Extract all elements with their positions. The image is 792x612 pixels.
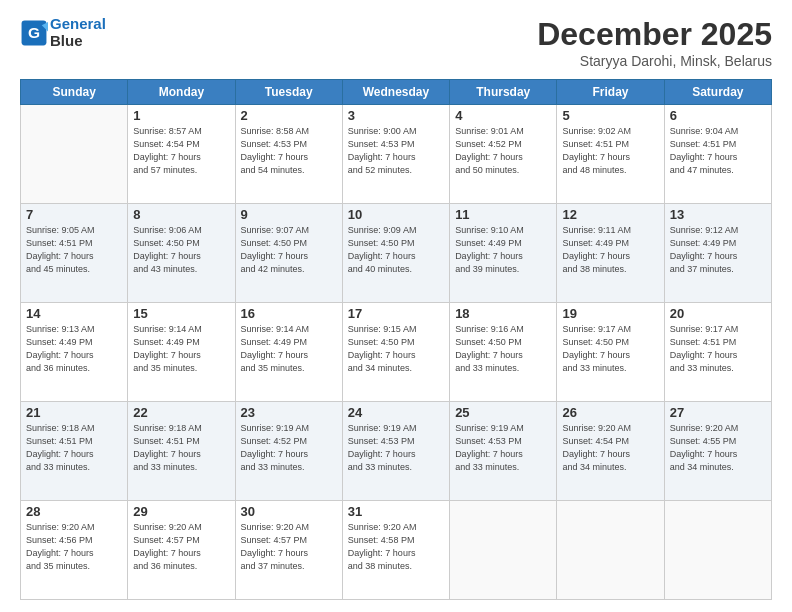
day-number: 10 [348, 207, 444, 222]
day-number: 12 [562, 207, 658, 222]
calendar-cell: 1Sunrise: 8:57 AMSunset: 4:54 PMDaylight… [128, 105, 235, 204]
calendar-cell: 23Sunrise: 9:19 AMSunset: 4:52 PMDayligh… [235, 402, 342, 501]
calendar-cell [664, 501, 771, 600]
col-header-thursday: Thursday [450, 80, 557, 105]
day-number: 27 [670, 405, 766, 420]
day-info: Sunrise: 9:19 AMSunset: 4:52 PMDaylight:… [241, 422, 337, 474]
day-number: 18 [455, 306, 551, 321]
day-info: Sunrise: 9:14 AMSunset: 4:49 PMDaylight:… [133, 323, 229, 375]
page: G General Blue December 2025 Staryya Dar… [0, 0, 792, 612]
day-info: Sunrise: 9:10 AMSunset: 4:49 PMDaylight:… [455, 224, 551, 276]
calendar-cell: 25Sunrise: 9:19 AMSunset: 4:53 PMDayligh… [450, 402, 557, 501]
day-info: Sunrise: 9:14 AMSunset: 4:49 PMDaylight:… [241, 323, 337, 375]
calendar-cell: 12Sunrise: 9:11 AMSunset: 4:49 PMDayligh… [557, 204, 664, 303]
day-number: 23 [241, 405, 337, 420]
day-number: 17 [348, 306, 444, 321]
col-header-monday: Monday [128, 80, 235, 105]
calendar-cell: 22Sunrise: 9:18 AMSunset: 4:51 PMDayligh… [128, 402, 235, 501]
day-number: 4 [455, 108, 551, 123]
day-info: Sunrise: 9:15 AMSunset: 4:50 PMDaylight:… [348, 323, 444, 375]
day-info: Sunrise: 9:01 AMSunset: 4:52 PMDaylight:… [455, 125, 551, 177]
calendar-cell: 15Sunrise: 9:14 AMSunset: 4:49 PMDayligh… [128, 303, 235, 402]
day-info: Sunrise: 9:13 AMSunset: 4:49 PMDaylight:… [26, 323, 122, 375]
calendar-cell: 16Sunrise: 9:14 AMSunset: 4:49 PMDayligh… [235, 303, 342, 402]
calendar-cell [557, 501, 664, 600]
day-number: 16 [241, 306, 337, 321]
day-number: 22 [133, 405, 229, 420]
day-info: Sunrise: 9:17 AMSunset: 4:50 PMDaylight:… [562, 323, 658, 375]
calendar-cell: 9Sunrise: 9:07 AMSunset: 4:50 PMDaylight… [235, 204, 342, 303]
day-number: 7 [26, 207, 122, 222]
day-info: Sunrise: 9:20 AMSunset: 4:58 PMDaylight:… [348, 521, 444, 573]
title-block: December 2025 Staryya Darohi, Minsk, Bel… [537, 16, 772, 69]
day-number: 29 [133, 504, 229, 519]
day-number: 25 [455, 405, 551, 420]
day-number: 9 [241, 207, 337, 222]
day-number: 1 [133, 108, 229, 123]
day-number: 28 [26, 504, 122, 519]
calendar-cell: 13Sunrise: 9:12 AMSunset: 4:49 PMDayligh… [664, 204, 771, 303]
day-info: Sunrise: 9:09 AMSunset: 4:50 PMDaylight:… [348, 224, 444, 276]
day-info: Sunrise: 9:11 AMSunset: 4:49 PMDaylight:… [562, 224, 658, 276]
day-number: 15 [133, 306, 229, 321]
day-info: Sunrise: 9:20 AMSunset: 4:54 PMDaylight:… [562, 422, 658, 474]
day-info: Sunrise: 9:07 AMSunset: 4:50 PMDaylight:… [241, 224, 337, 276]
day-info: Sunrise: 9:20 AMSunset: 4:57 PMDaylight:… [241, 521, 337, 573]
calendar-cell [450, 501, 557, 600]
day-info: Sunrise: 9:04 AMSunset: 4:51 PMDaylight:… [670, 125, 766, 177]
logo: G General Blue [20, 16, 106, 49]
day-number: 24 [348, 405, 444, 420]
col-header-wednesday: Wednesday [342, 80, 449, 105]
calendar-cell: 21Sunrise: 9:18 AMSunset: 4:51 PMDayligh… [21, 402, 128, 501]
day-number: 8 [133, 207, 229, 222]
day-number: 3 [348, 108, 444, 123]
calendar-cell: 26Sunrise: 9:20 AMSunset: 4:54 PMDayligh… [557, 402, 664, 501]
logo-text: General Blue [50, 16, 106, 49]
calendar-cell: 29Sunrise: 9:20 AMSunset: 4:57 PMDayligh… [128, 501, 235, 600]
calendar-table: SundayMondayTuesdayWednesdayThursdayFrid… [20, 79, 772, 600]
calendar-header-row: SundayMondayTuesdayWednesdayThursdayFrid… [21, 80, 772, 105]
day-info: Sunrise: 8:58 AMSunset: 4:53 PMDaylight:… [241, 125, 337, 177]
day-number: 2 [241, 108, 337, 123]
day-info: Sunrise: 9:18 AMSunset: 4:51 PMDaylight:… [26, 422, 122, 474]
calendar-cell [21, 105, 128, 204]
calendar-cell: 28Sunrise: 9:20 AMSunset: 4:56 PMDayligh… [21, 501, 128, 600]
svg-text:G: G [28, 23, 40, 40]
day-number: 13 [670, 207, 766, 222]
calendar-cell: 17Sunrise: 9:15 AMSunset: 4:50 PMDayligh… [342, 303, 449, 402]
day-info: Sunrise: 9:20 AMSunset: 4:56 PMDaylight:… [26, 521, 122, 573]
col-header-friday: Friday [557, 80, 664, 105]
calendar-cell: 14Sunrise: 9:13 AMSunset: 4:49 PMDayligh… [21, 303, 128, 402]
calendar-cell: 3Sunrise: 9:00 AMSunset: 4:53 PMDaylight… [342, 105, 449, 204]
calendar-cell: 2Sunrise: 8:58 AMSunset: 4:53 PMDaylight… [235, 105, 342, 204]
calendar-week-5: 28Sunrise: 9:20 AMSunset: 4:56 PMDayligh… [21, 501, 772, 600]
day-info: Sunrise: 9:20 AMSunset: 4:57 PMDaylight:… [133, 521, 229, 573]
day-info: Sunrise: 9:18 AMSunset: 4:51 PMDaylight:… [133, 422, 229, 474]
day-number: 19 [562, 306, 658, 321]
day-number: 26 [562, 405, 658, 420]
subtitle: Staryya Darohi, Minsk, Belarus [537, 53, 772, 69]
day-info: Sunrise: 9:06 AMSunset: 4:50 PMDaylight:… [133, 224, 229, 276]
calendar-cell: 5Sunrise: 9:02 AMSunset: 4:51 PMDaylight… [557, 105, 664, 204]
calendar-cell: 27Sunrise: 9:20 AMSunset: 4:55 PMDayligh… [664, 402, 771, 501]
day-number: 31 [348, 504, 444, 519]
calendar-cell: 30Sunrise: 9:20 AMSunset: 4:57 PMDayligh… [235, 501, 342, 600]
col-header-tuesday: Tuesday [235, 80, 342, 105]
calendar-week-4: 21Sunrise: 9:18 AMSunset: 4:51 PMDayligh… [21, 402, 772, 501]
day-number: 6 [670, 108, 766, 123]
col-header-saturday: Saturday [664, 80, 771, 105]
calendar-week-1: 1Sunrise: 8:57 AMSunset: 4:54 PMDaylight… [21, 105, 772, 204]
header: G General Blue December 2025 Staryya Dar… [20, 16, 772, 69]
calendar-week-3: 14Sunrise: 9:13 AMSunset: 4:49 PMDayligh… [21, 303, 772, 402]
calendar-cell: 19Sunrise: 9:17 AMSunset: 4:50 PMDayligh… [557, 303, 664, 402]
logo-icon: G [20, 19, 48, 47]
day-info: Sunrise: 9:05 AMSunset: 4:51 PMDaylight:… [26, 224, 122, 276]
col-header-sunday: Sunday [21, 80, 128, 105]
calendar-cell: 7Sunrise: 9:05 AMSunset: 4:51 PMDaylight… [21, 204, 128, 303]
calendar-week-2: 7Sunrise: 9:05 AMSunset: 4:51 PMDaylight… [21, 204, 772, 303]
day-info: Sunrise: 9:20 AMSunset: 4:55 PMDaylight:… [670, 422, 766, 474]
day-info: Sunrise: 9:12 AMSunset: 4:49 PMDaylight:… [670, 224, 766, 276]
calendar-cell: 4Sunrise: 9:01 AMSunset: 4:52 PMDaylight… [450, 105, 557, 204]
day-info: Sunrise: 9:19 AMSunset: 4:53 PMDaylight:… [455, 422, 551, 474]
day-number: 21 [26, 405, 122, 420]
